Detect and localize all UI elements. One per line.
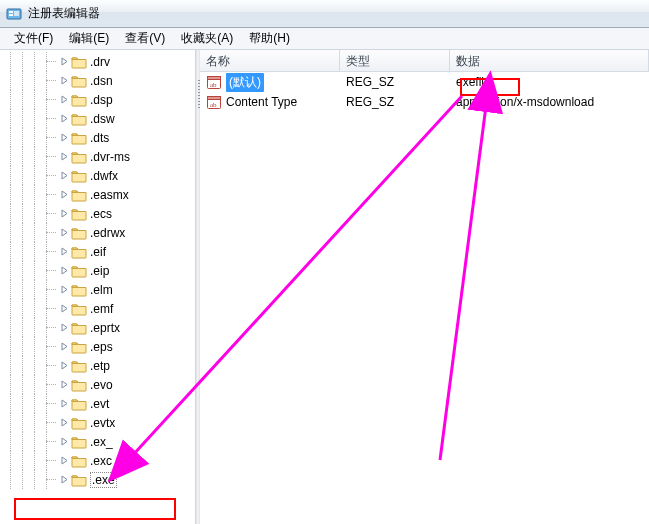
tree-item-label: .eprtx [90,321,120,335]
tree-item[interactable]: .dsn [2,71,195,90]
tree-item[interactable]: .dsp [2,90,195,109]
tree-item-label: .elm [90,283,113,297]
expander-icon[interactable] [60,114,69,123]
title-bar: 注册表编辑器 [0,0,649,28]
value-data: application/x-msdownload [450,95,649,109]
value-list-pane[interactable]: 名称 类型 数据 ab (默认)REG_SZexefile ab Content… [200,50,649,524]
tree-item-label: .eif [90,245,106,259]
value-type: REG_SZ [340,75,450,89]
tree-item-label: .exc [90,454,112,468]
tree-item-label: .etp [90,359,110,373]
expander-icon[interactable] [60,171,69,180]
column-name[interactable]: 名称 [200,50,340,71]
value-data: exefile [450,75,649,89]
tree-item-label: .eip [90,264,109,278]
tree-item[interactable]: .emf [2,299,195,318]
svg-rect-8 [208,97,221,100]
tree-item[interactable]: .eprtx [2,318,195,337]
svg-text:ab: ab [210,101,217,109]
tree-item[interactable]: .dsw [2,109,195,128]
tree-item[interactable]: .evtx [2,413,195,432]
tree-item[interactable]: .eif [2,242,195,261]
expander-icon[interactable] [60,228,69,237]
tree-pane[interactable]: .drv .dsn .dsp .dsw .dts .dvr-ms .dwfx .… [0,50,196,524]
expander-icon[interactable] [60,57,69,66]
registry-tree[interactable]: .drv .dsn .dsp .dsw .dts .dvr-ms .dwfx .… [0,50,195,491]
tree-item[interactable]: .exe [2,470,195,489]
tree-item-label: .evo [90,378,113,392]
app-icon [6,6,22,22]
svg-rect-1 [9,11,13,13]
tree-item-label: .drv [90,55,110,69]
menu-help[interactable]: 帮助(H) [241,28,298,49]
expander-icon[interactable] [60,209,69,218]
expander-icon[interactable] [60,456,69,465]
tree-item[interactable]: .evt [2,394,195,413]
expander-icon[interactable] [60,323,69,332]
column-data[interactable]: 数据 [450,50,649,71]
menu-bar: 文件(F) 编辑(E) 查看(V) 收藏夹(A) 帮助(H) [0,28,649,50]
menu-favorites[interactable]: 收藏夹(A) [173,28,241,49]
value-name: Content Type [226,95,297,109]
column-type[interactable]: 类型 [340,50,450,71]
expander-icon[interactable] [60,418,69,427]
tree-item-label: .dsn [90,74,113,88]
tree-item-label: .dsw [90,112,115,126]
expander-icon[interactable] [60,266,69,275]
tree-item[interactable]: .easmx [2,185,195,204]
expander-icon[interactable] [60,190,69,199]
tree-item[interactable]: .eip [2,261,195,280]
expander-icon[interactable] [60,285,69,294]
tree-item[interactable]: .elm [2,280,195,299]
svg-rect-3 [14,11,19,16]
tree-item[interactable]: .dts [2,128,195,147]
tree-item-label: .eps [90,340,113,354]
value-rows: ab (默认)REG_SZexefile ab Content TypeREG_… [200,72,649,112]
menu-file[interactable]: 文件(F) [6,28,61,49]
tree-item[interactable]: .dwfx [2,166,195,185]
list-header: 名称 类型 数据 [200,50,649,72]
window-title: 注册表编辑器 [28,5,100,22]
expander-icon[interactable] [60,247,69,256]
tree-item-label: .edrwx [90,226,125,240]
menu-edit[interactable]: 编辑(E) [61,28,117,49]
tree-item[interactable]: .edrwx [2,223,195,242]
tree-item-label: .ecs [90,207,112,221]
value-row[interactable]: ab Content TypeREG_SZapplication/x-msdow… [200,92,649,112]
value-name-cell: ab (默认) [200,73,340,92]
svg-rect-2 [9,14,13,16]
expander-icon[interactable] [60,342,69,351]
tree-item[interactable]: .eps [2,337,195,356]
tree-item-label: .ex_ [90,435,113,449]
expander-icon[interactable] [60,380,69,389]
expander-icon[interactable] [60,304,69,313]
tree-item-label: .dvr-ms [90,150,130,164]
value-row[interactable]: ab (默认)REG_SZexefile [200,72,649,92]
expander-icon[interactable] [60,133,69,142]
content-area: .drv .dsn .dsp .dsw .dts .dvr-ms .dwfx .… [0,50,649,524]
tree-item[interactable]: .etp [2,356,195,375]
tree-item[interactable]: .exc [2,451,195,470]
expander-icon[interactable] [60,437,69,446]
expander-icon[interactable] [60,475,69,484]
pane-splitter[interactable] [196,50,200,524]
tree-item[interactable]: .drv [2,52,195,71]
tree-item-label: .emf [90,302,113,316]
tree-item[interactable]: .ex_ [2,432,195,451]
svg-rect-5 [208,77,221,80]
tree-item-label: .exe [90,472,117,488]
splitter-grip[interactable] [198,80,200,110]
expander-icon[interactable] [60,152,69,161]
expander-icon[interactable] [60,361,69,370]
value-name: (默认) [226,73,264,92]
expander-icon[interactable] [60,95,69,104]
tree-item-label: .dsp [90,93,113,107]
svg-text:ab: ab [210,81,217,89]
expander-icon[interactable] [60,399,69,408]
menu-view[interactable]: 查看(V) [117,28,173,49]
expander-icon[interactable] [60,76,69,85]
value-type: REG_SZ [340,95,450,109]
tree-item[interactable]: .dvr-ms [2,147,195,166]
tree-item[interactable]: .evo [2,375,195,394]
tree-item[interactable]: .ecs [2,204,195,223]
